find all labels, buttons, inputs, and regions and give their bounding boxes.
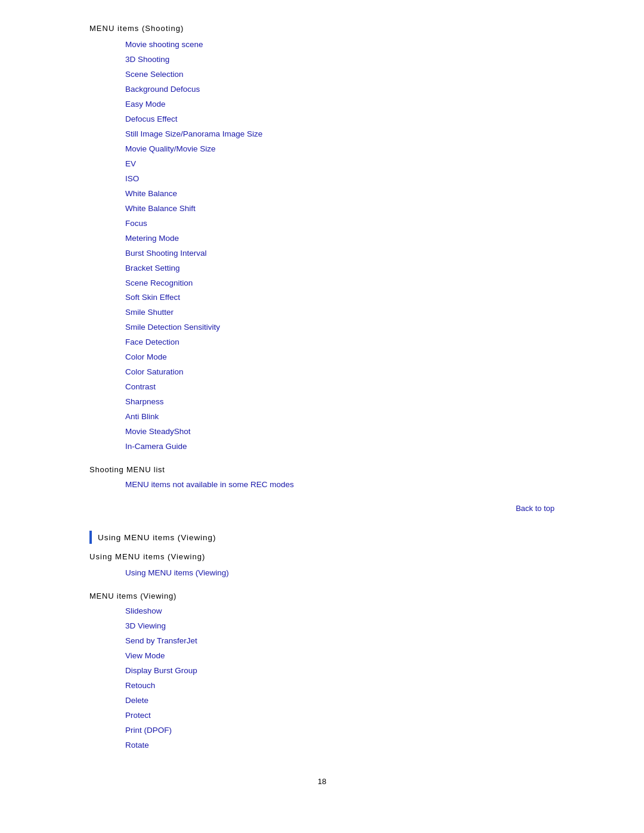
list-item[interactable]: Bracket Setting (89, 261, 555, 276)
menu-items-not-available-link[interactable]: MENU items not available in some REC mod… (89, 478, 555, 493)
list-item[interactable]: Rotate (89, 738, 555, 753)
list-item[interactable]: Face Detection (89, 335, 555, 350)
list-item[interactable]: Scene Selection (89, 67, 555, 82)
list-item[interactable]: In-Camera Guide (89, 439, 555, 454)
back-to-top-link[interactable]: Back to top (516, 504, 555, 513)
list-item[interactable]: Background Defocus (89, 82, 555, 97)
list-item[interactable]: Scene Recognition (89, 276, 555, 291)
using-menu-viewing-header: Using MENU items (Viewing) (89, 552, 555, 561)
list-item[interactable]: Burst Shooting Interval (89, 246, 555, 261)
list-item[interactable]: Print (DPOF) (89, 723, 555, 738)
shooting-menu-list-header: Shooting MENU list (89, 465, 555, 474)
list-item[interactable]: Slideshow (89, 604, 555, 619)
list-item[interactable]: Metering Mode (89, 231, 555, 246)
list-item[interactable]: ISO (89, 172, 555, 187)
viewing-links-list: Slideshow3D ViewingSend by TransferJetVi… (89, 604, 555, 753)
list-item[interactable]: Color Saturation (89, 365, 555, 380)
viewing-section-title-text: Using MENU items (Viewing) (98, 533, 216, 542)
page-container: MENU items (Shooting) Movie shooting sce… (54, 0, 590, 822)
shooting-section-header: MENU items (Shooting) (89, 24, 555, 33)
list-item[interactable]: Still Image Size/Panorama Image Size (89, 127, 555, 142)
list-item[interactable]: Movie SteadyShot (89, 425, 555, 439)
list-item[interactable]: White Balance (89, 187, 555, 202)
shooting-menu-list-section: Shooting MENU list MENU items not availa… (89, 465, 555, 493)
list-item[interactable]: White Balance Shift (89, 202, 555, 216)
blue-bar-icon (89, 531, 92, 544)
list-item[interactable]: Defocus Effect (89, 112, 555, 127)
viewing-section-title-block: Using MENU items (Viewing) (89, 531, 555, 544)
list-item[interactable]: 3D Shooting (89, 52, 555, 67)
list-item[interactable]: Easy Mode (89, 97, 555, 112)
list-item[interactable]: View Mode (89, 649, 555, 664)
list-item[interactable]: EV (89, 157, 555, 172)
using-menu-viewing-link[interactable]: Using MENU items (Viewing) (89, 566, 555, 581)
menu-items-viewing-header: MENU items (Viewing) (89, 592, 555, 600)
shooting-section: MENU items (Shooting) Movie shooting sce… (89, 24, 555, 454)
list-item[interactable]: Contrast (89, 380, 555, 395)
list-item[interactable]: Protect (89, 708, 555, 723)
back-to-top-container: Back to top (89, 503, 555, 513)
list-item[interactable]: Display Burst Group (89, 664, 555, 679)
list-item[interactable]: Sharpness (89, 395, 555, 410)
list-item[interactable]: Send by TransferJet (89, 634, 555, 649)
page-number: 18 (89, 777, 555, 786)
list-item[interactable]: 3D Viewing (89, 619, 555, 634)
list-item[interactable]: Movie Quality/Movie Size (89, 142, 555, 157)
list-item[interactable]: Movie shooting scene (89, 38, 555, 52)
list-item[interactable]: Anti Blink (89, 410, 555, 425)
menu-items-viewing-section: MENU items (Viewing) Slideshow3D Viewing… (89, 592, 555, 753)
list-item[interactable]: Delete (89, 693, 555, 708)
list-item[interactable]: Soft Skin Effect (89, 290, 555, 305)
shooting-links-list: Movie shooting scene3D ShootingScene Sel… (89, 38, 555, 454)
list-item[interactable]: Focus (89, 216, 555, 231)
list-item[interactable]: Smile Shutter (89, 305, 555, 320)
list-item[interactable]: Smile Detection Sensitivity (89, 320, 555, 335)
list-item[interactable]: Retouch (89, 679, 555, 693)
using-menu-viewing-section: Using MENU items (Viewing) Using MENU it… (89, 552, 555, 581)
list-item[interactable]: Color Mode (89, 350, 555, 365)
